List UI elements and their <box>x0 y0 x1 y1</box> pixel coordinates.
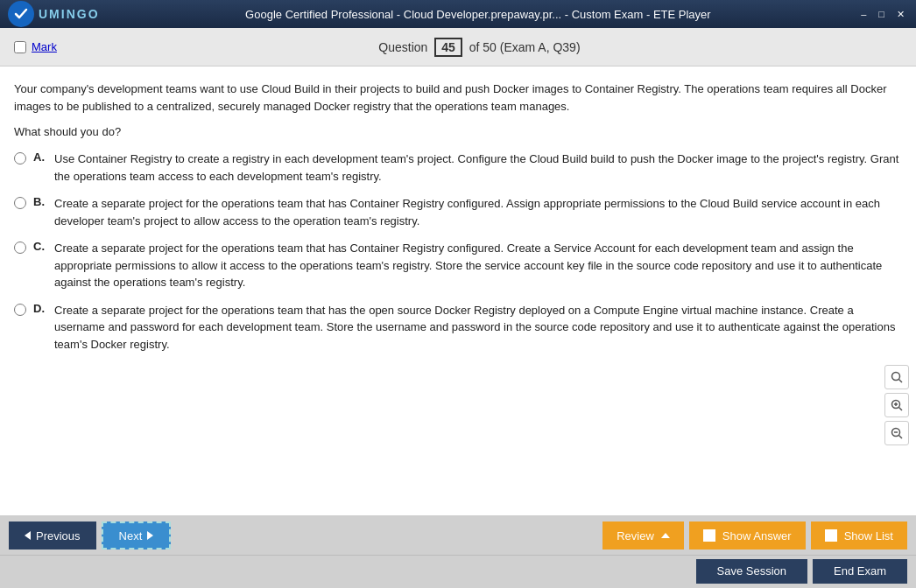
option-c: C. Create a separate project for the ope… <box>14 240 902 291</box>
option-d-radio[interactable] <box>14 304 26 316</box>
next-button[interactable]: Next <box>102 522 172 550</box>
window-title: Google Certified Professional - Cloud De… <box>245 8 711 21</box>
minimize-button[interactable]: – <box>856 7 870 21</box>
save-session-button[interactable]: Save Session <box>696 559 808 584</box>
previous-arrow-icon <box>25 531 31 540</box>
review-button[interactable]: Review <box>602 522 684 550</box>
bottom-actions: Save Session End Exam <box>0 555 916 588</box>
option-a-letter: A. <box>33 150 47 164</box>
zoom-in-button[interactable] <box>884 393 909 417</box>
svg-line-9 <box>899 436 903 439</box>
mark-label[interactable]: Mark <box>32 40 57 53</box>
review-chevron-icon <box>661 533 670 538</box>
question-text: Your company's development teams want to… <box>14 80 902 115</box>
close-button[interactable]: ✕ <box>892 7 909 22</box>
tools-panel <box>884 365 909 445</box>
mark-container: Mark <box>14 40 57 53</box>
question-of-total: of 50 (Exam A, Q39) <box>469 40 581 54</box>
mark-checkbox[interactable] <box>14 41 26 53</box>
previous-label: Previous <box>36 529 81 542</box>
option-c-letter: C. <box>33 240 47 253</box>
header-bar: Mark Question 45 of 50 (Exam A, Q39) <box>0 28 916 66</box>
show-list-icon <box>825 529 837 542</box>
option-b-text: Create a separate project for the operat… <box>54 195 902 229</box>
show-list-button[interactable]: Show List <box>811 522 907 550</box>
bottom-nav: Previous Next Review Show Answer Show Li… <box>0 516 916 555</box>
search-icon <box>891 371 903 383</box>
review-label: Review <box>617 529 654 542</box>
option-b: B. Create a separate project for the ope… <box>14 195 902 229</box>
option-c-radio[interactable] <box>14 242 26 254</box>
search-tool-button[interactable] <box>884 365 909 389</box>
next-label: Next <box>119 529 143 542</box>
question-label: Question <box>378 40 427 54</box>
next-arrow-icon <box>147 531 153 540</box>
end-exam-label: End Exam <box>834 564 886 578</box>
svg-point-1 <box>892 373 900 381</box>
logo-icon <box>7 0 35 28</box>
main-content: Your company's development teams want to… <box>0 66 916 515</box>
show-answer-label: Show Answer <box>722 529 792 542</box>
title-bar-left: UMINGO <box>7 0 100 28</box>
title-bar: UMINGO Google Certified Professional - C… <box>0 0 916 28</box>
what-should: What should you do? <box>14 125 902 138</box>
save-session-label: Save Session <box>717 564 787 578</box>
maximize-button[interactable]: □ <box>874 7 889 21</box>
logo: UMINGO <box>7 0 100 28</box>
end-exam-button[interactable]: End Exam <box>813 559 907 584</box>
zoom-in-icon <box>891 399 903 411</box>
zoom-out-icon <box>891 427 903 439</box>
option-a-radio[interactable] <box>14 152 26 164</box>
svg-line-2 <box>899 380 903 383</box>
option-a: A. Use Container Registry to create a re… <box>14 150 902 185</box>
question-info: Question 45 of 50 (Exam A, Q39) <box>57 38 902 57</box>
logo-text: UMINGO <box>39 7 100 21</box>
option-d: D. Create a separate project for the ope… <box>14 302 902 354</box>
window-controls: – □ ✕ <box>856 7 909 22</box>
show-answer-icon <box>703 529 715 542</box>
show-answer-button[interactable]: Show Answer <box>689 522 806 550</box>
option-b-letter: B. <box>33 195 47 208</box>
option-b-radio[interactable] <box>14 197 26 209</box>
option-d-text: Create a separate project for the operat… <box>54 302 902 354</box>
option-d-letter: D. <box>33 302 47 315</box>
zoom-out-button[interactable] <box>884 421 909 445</box>
previous-button[interactable]: Previous <box>9 522 96 550</box>
option-a-text: Use Container Registry to create a regis… <box>54 150 902 185</box>
option-c-text: Create a separate project for the operat… <box>54 240 902 291</box>
svg-line-6 <box>899 408 903 411</box>
show-list-label: Show List <box>844 529 893 542</box>
question-number: 45 <box>434 38 462 57</box>
